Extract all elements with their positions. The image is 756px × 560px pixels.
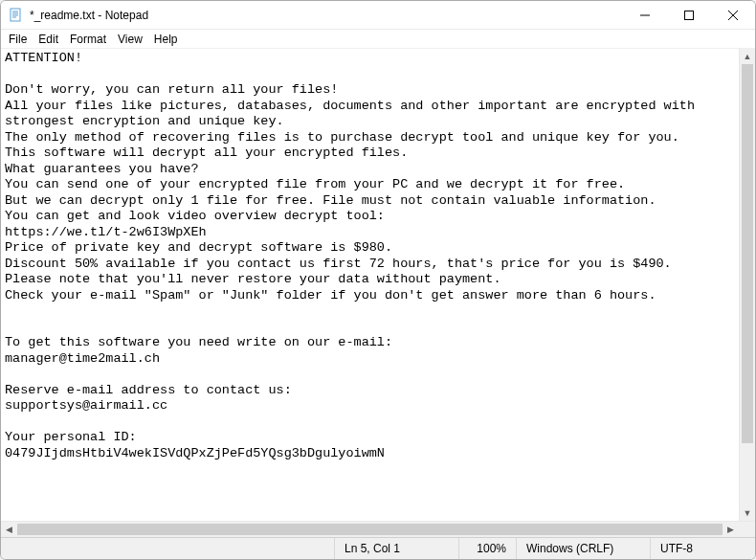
scrollbar-corner	[739, 522, 755, 538]
scroll-up-arrow-icon[interactable]: ▲	[740, 48, 756, 64]
menu-view[interactable]: View	[112, 32, 148, 47]
menu-file[interactable]: File	[3, 32, 33, 47]
vertical-scrollbar[interactable]: ▲ ▼	[739, 48, 755, 521]
scroll-right-arrow-icon[interactable]: ▶	[723, 522, 739, 538]
notepad-window: *_readme.txt - Notepad File Edit Format …	[0, 0, 756, 560]
status-line-col: Ln 5, Col 1	[334, 538, 458, 559]
horizontal-scroll-thumb[interactable]	[17, 524, 723, 535]
statusbar: Ln 5, Col 1 100% Windows (CRLF) UTF-8	[1, 537, 755, 559]
menubar: File Edit Format View Help	[1, 30, 755, 48]
maximize-button[interactable]	[667, 1, 711, 30]
horizontal-scrollbar[interactable]: ◀ ▶	[1, 521, 755, 537]
status-zoom: 100%	[458, 538, 516, 559]
scroll-down-arrow-icon[interactable]: ▼	[740, 504, 756, 521]
vertical-scroll-track[interactable]	[740, 64, 755, 504]
notepad-app-icon	[9, 8, 24, 23]
status-spacer	[1, 538, 334, 559]
scroll-left-arrow-icon[interactable]: ◀	[1, 522, 17, 538]
menu-format[interactable]: Format	[64, 32, 112, 47]
status-eol: Windows (CRLF)	[516, 538, 650, 559]
close-button[interactable]	[711, 1, 755, 30]
text-editor-area[interactable]: ATTENTION! Don't worry, you can return a…	[1, 48, 739, 521]
minimize-button[interactable]	[623, 1, 667, 30]
vertical-scroll-thumb[interactable]	[742, 64, 753, 443]
menu-help[interactable]: Help	[148, 32, 184, 47]
editor-scroll-area: ATTENTION! Don't worry, you can return a…	[1, 48, 755, 521]
horizontal-scroll-track[interactable]	[17, 522, 723, 537]
status-encoding: UTF-8	[650, 538, 755, 559]
titlebar[interactable]: *_readme.txt - Notepad	[1, 1, 755, 30]
window-title: *_readme.txt - Notepad	[30, 9, 148, 22]
menu-edit[interactable]: Edit	[33, 32, 64, 47]
svg-rect-6	[685, 11, 694, 19]
